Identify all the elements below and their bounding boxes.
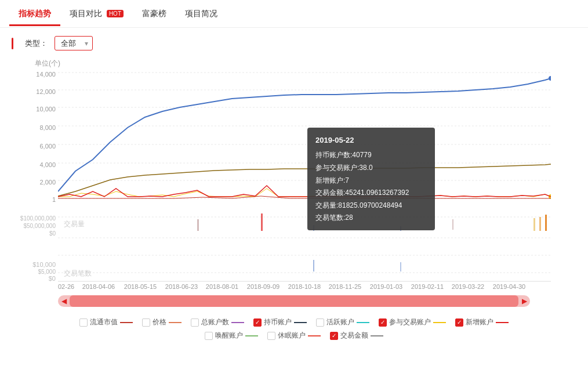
legend-row-1: 流通市值 价格 总账户数 ✓ 持币账户 活跃账户 ✓ [12, 317, 576, 327]
chart-unit-label: 单位(个) [35, 59, 576, 68]
tab-project-overview[interactable]: 项目简况 [176, 2, 227, 26]
scroll-left-btn[interactable]: ◀ [58, 295, 70, 307]
txcount-bar-2 [400, 262, 401, 271]
coin-holders-line [58, 78, 551, 191]
nav-tabs: 指标趋势 项目对比 HOT 富豪榜 项目简况 [0, 0, 588, 28]
section-label-trading-count: 交易笔数 [64, 269, 92, 277]
type-indicator [12, 38, 13, 49]
legend-dormant-accounts[interactable]: 休眠账户 [267, 331, 321, 341]
legend-total-accounts[interactable]: 总账户数 [191, 317, 244, 327]
chart-tooltip: 2019-05-22 持币账户数:40779 参与交易账户:38.0 新增账户:… [307, 128, 435, 230]
type-select-wrapper: 全部 主链 代币 [55, 36, 93, 50]
legend-checkbox-trading-accounts[interactable]: ✓ [379, 318, 387, 327]
legend-checkbox-dormant-accounts[interactable] [267, 332, 275, 340]
x-label-3: 2018-06-23 [165, 283, 198, 290]
section-label-trading-volume: 交易量 [64, 220, 85, 228]
x-label-10: 2019-03-22 [452, 283, 484, 290]
legend-line-price [169, 322, 182, 323]
legend-checkbox-new-accounts[interactable]: ✓ [455, 318, 463, 327]
legend-line-active-accounts [357, 322, 369, 323]
legend-line-new-accounts [496, 322, 509, 323]
legend-row-2: 唤醒账户 休眠账户 ✓ 交易金额 [12, 331, 576, 341]
legend-transaction-amount[interactable]: ✓ 交易金额 [330, 331, 383, 341]
tooltip-line-3: 新增账户:7 [315, 175, 427, 187]
legend-active-accounts[interactable]: 活跃账户 [316, 317, 369, 327]
x-label-11: 2019-04-30 [493, 283, 525, 290]
tab-indicator-trend[interactable]: 指标趋势 [9, 2, 60, 26]
hot-badge: HOT [107, 10, 124, 17]
legend-market-cap[interactable]: 流通市值 [79, 317, 133, 327]
tab-rich-list[interactable]: 富豪榜 [133, 2, 176, 26]
legend-checkbox-wake-accounts[interactable] [205, 332, 213, 340]
coin-holders-endpoint [549, 76, 551, 81]
x-label-0: 2018-02-26 [58, 283, 74, 290]
x-label-5: 2018-09-09 [247, 283, 280, 290]
y-axis-left: 14,000 12,000 10,000 8,000 6,000 4,000 2… [12, 70, 58, 290]
svg-rect-14 [539, 217, 541, 231]
legend-price[interactable]: 价格 [142, 317, 182, 327]
scroll-right-btn[interactable]: ▶ [518, 295, 530, 307]
tx-bar-2 [261, 213, 263, 231]
x-label-4: 2018-08-01 [206, 283, 238, 290]
legend-line-total-accounts [231, 322, 244, 323]
scroll-handle[interactable] [70, 295, 518, 307]
legend-checkbox-coin-holders[interactable]: ✓ [253, 318, 262, 327]
legend-line-market-cap [120, 322, 133, 323]
legend-line-dormant-accounts [308, 335, 321, 336]
scroll-right-arrow: ▶ [522, 297, 527, 305]
legend-checkbox-transaction-amount[interactable]: ✓ [330, 332, 338, 340]
x-label-7: 2018-11-25 [329, 283, 361, 290]
svg-rect-15 [545, 215, 547, 231]
x-label-9: 2019-02-11 [411, 283, 444, 290]
scroll-left-arrow: ◀ [61, 297, 67, 305]
legend-checkbox-active-accounts[interactable] [316, 318, 324, 327]
svg-rect-13 [452, 219, 453, 230]
tooltip-line-2: 参与交易账户:38.0 [315, 162, 427, 175]
legend-line-transaction-amount [371, 335, 383, 336]
tx-bar-4 [533, 218, 535, 231]
tooltip-line-1: 持币账户数:40779 [315, 149, 427, 162]
legend-checkbox-market-cap[interactable] [79, 318, 88, 327]
legend-trading-accounts[interactable]: ✓ 参与交易账户 [379, 317, 446, 327]
filter-label: 类型： [25, 38, 48, 49]
scroll-bar-container: ◀ ▶ [58, 295, 530, 307]
x-label-8: 2019-01-03 [370, 283, 402, 290]
legend-coin-holders[interactable]: ✓ 持币账户 [253, 317, 307, 327]
tooltip-date: 2019-05-22 [315, 133, 427, 147]
chart-area: 14,000 12,000 10,000 8,000 6,000 4,000 2… [12, 70, 576, 292]
legend-line-wake-accounts [245, 335, 258, 336]
chart-svg-wrapper: 交易量 交易笔数 [58, 70, 576, 292]
x-label-6: 2018-10-18 [288, 283, 321, 290]
legend-line-coin-holders [294, 322, 307, 323]
x-label-1: 2018-04-06 [82, 283, 115, 290]
legend-wake-accounts[interactable]: 唤醒账户 [205, 331, 258, 341]
tooltip-line-6: 交易笔数:28 [315, 212, 427, 225]
tooltip-line-5: 交易量:81825.09700248494 [315, 200, 427, 212]
legend-checkbox-price[interactable] [142, 318, 150, 327]
type-select[interactable]: 全部 主链 代币 [55, 36, 93, 50]
tx-bar-1 [197, 219, 199, 231]
trading-accounts-line [58, 189, 551, 197]
txcount-bar-1 [313, 260, 314, 271]
chart-svg: 交易量 交易笔数 [58, 70, 551, 290]
chart-container: 单位(个) 14,000 12,000 10,000 8,000 6,000 4… [12, 59, 576, 292]
legend-new-accounts[interactable]: ✓ 新增账户 [455, 317, 509, 327]
x-label-2: 2018-05-15 [124, 283, 157, 290]
legend-checkbox-total-accounts[interactable] [191, 318, 199, 327]
tooltip-line-4: 交易金额:45241.09613267392 [315, 187, 427, 200]
tab-project-compare[interactable]: 项目对比 HOT [60, 2, 133, 26]
scroll-bar: ◀ ▶ [58, 295, 530, 307]
section-label-volume: $100,000,000$50,000,000$0 [20, 215, 56, 237]
legend-line-trading-accounts [433, 322, 446, 323]
legend-area: 流通市值 价格 总账户数 ✓ 持币账户 活跃账户 ✓ [0, 310, 588, 345]
filter-row: 类型： 全部 主链 代币 [0, 28, 588, 59]
